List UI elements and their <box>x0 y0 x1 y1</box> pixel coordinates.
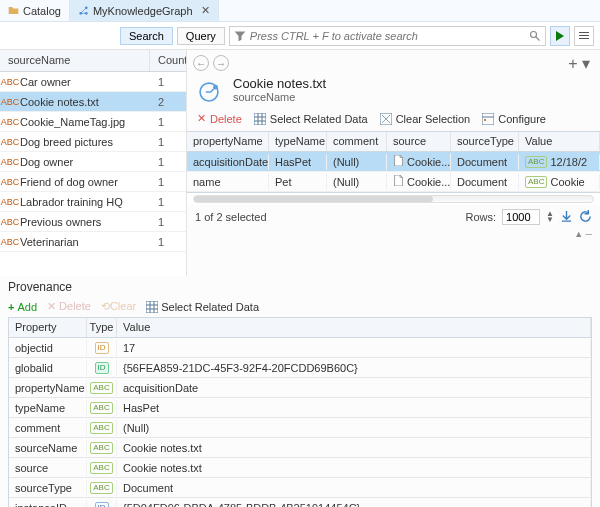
type-badge: ABC <box>87 440 117 456</box>
count: 1 <box>158 116 186 128</box>
text-type-icon: ABC <box>0 77 20 87</box>
prop-value: Cookie notes.txt <box>117 440 591 456</box>
document-icon <box>393 175 404 188</box>
list-item[interactable]: ABCCookie_NameTag.jpg1 <box>0 112 186 132</box>
table-row[interactable]: objectidID17 <box>9 338 591 358</box>
table-row[interactable]: instanceIDID{5D04FD96-DBDA-4785-BDDB-4B2… <box>9 498 591 507</box>
svg-point-3 <box>531 31 537 37</box>
table-row[interactable]: typeNameABCHasPet <box>9 398 591 418</box>
configure-button[interactable]: Configure <box>482 113 546 125</box>
source-list: sourceName Count ABCCar owner1ABCCookie … <box>0 50 187 276</box>
query-button[interactable]: Query <box>177 27 225 45</box>
svg-rect-6 <box>254 113 266 125</box>
svg-point-5 <box>213 85 218 90</box>
clear-icon <box>380 113 392 125</box>
rows-input[interactable] <box>502 209 540 225</box>
table-row[interactable]: commentABC(Null) <box>9 418 591 438</box>
table-icon <box>146 301 158 313</box>
list-item[interactable]: ABCDog owner1 <box>0 152 186 172</box>
entity-subtype: sourceName <box>233 91 326 103</box>
tab-knowledge-graph[interactable]: MyKnowledgeGraph ✕ <box>70 0 219 21</box>
search-icon[interactable] <box>529 30 541 42</box>
prop-value: 17 <box>117 340 591 356</box>
text-type-icon: ABC <box>0 237 20 247</box>
table-row[interactable]: globalidID{56FEA859-21DC-45F3-92F4-20FCD… <box>9 358 591 378</box>
run-button[interactable] <box>550 26 570 46</box>
list-item[interactable]: ABCCar owner1 <box>0 72 186 92</box>
date-badge-icon: ABC <box>525 156 547 168</box>
col-property[interactable]: Property <box>9 318 87 337</box>
col-type[interactable]: typeName <box>269 132 327 151</box>
count: 1 <box>158 176 186 188</box>
add-button[interactable]: +Add <box>8 301 37 313</box>
list-item[interactable]: ABCPrevious owners1 <box>0 212 186 232</box>
h-scrollbar[interactable] <box>187 193 600 205</box>
filter-icon <box>234 30 246 42</box>
table-row[interactable]: sourceTypeABCDocument <box>9 478 591 498</box>
text-type-icon: ABC <box>0 157 20 167</box>
col-count[interactable]: Count <box>150 50 186 71</box>
back-button[interactable]: ← <box>193 55 209 71</box>
search-field[interactable] <box>229 26 546 46</box>
prop-name: sourceType <box>9 480 87 496</box>
entity-type-icon <box>195 78 223 106</box>
count: 1 <box>158 196 186 208</box>
text-type-icon: ABC <box>0 97 20 107</box>
col-source[interactable]: source <box>387 132 451 151</box>
refresh-button[interactable] <box>579 210 592 225</box>
prop-name: objectid <box>9 340 87 356</box>
prop-name: sourceName <box>9 440 87 456</box>
col-source[interactable]: sourceName <box>0 50 150 71</box>
table-row[interactable]: propertyNameABCacquisitionDate <box>9 378 591 398</box>
prop-value: {56FEA859-21DC-45F3-92F4-20FCDD69B60C} <box>117 360 591 376</box>
forward-button[interactable]: → <box>213 55 229 71</box>
list-item[interactable]: ABCCookie notes.txt2 <box>0 92 186 112</box>
add-button[interactable]: + ▾ <box>568 54 594 73</box>
table-row[interactable]: acquisitionDateHasPet(Null)Cookie...Docu… <box>187 152 600 172</box>
col-property[interactable]: propertyName <box>187 132 269 151</box>
collapse-icon[interactable]: ▲ ─ <box>574 229 592 239</box>
source-name: Car owner <box>20 76 158 88</box>
col-type[interactable]: Type <box>87 318 117 337</box>
table-row[interactable]: namePet(Null)Cookie...DocumentABC Cookie <box>187 172 600 192</box>
download-button[interactable] <box>560 210 573 225</box>
type-badge: ABC <box>87 420 117 436</box>
prop-name: comment <box>9 420 87 436</box>
delete-button[interactable]: ✕Delete <box>197 112 242 125</box>
menu-button[interactable] <box>574 26 594 46</box>
table-row[interactable]: sourceABCCookie notes.txt <box>9 458 591 478</box>
rows-label: Rows: <box>466 211 497 223</box>
document-icon <box>393 155 404 168</box>
table-row[interactable]: sourceNameABCCookie notes.txt <box>9 438 591 458</box>
prop-name: instanceID <box>9 500 87 508</box>
count: 1 <box>158 236 186 248</box>
list-item[interactable]: ABCLabrador training HQ1 <box>0 192 186 212</box>
select-related-button[interactable]: Select Related Data <box>146 301 259 313</box>
text-type-icon: ABC <box>0 117 20 127</box>
prop-value: HasPet <box>117 400 591 416</box>
search-button[interactable]: Search <box>120 27 173 45</box>
clear-selection-button[interactable]: Clear Selection <box>380 113 471 125</box>
text-type-icon: ABC <box>0 137 20 147</box>
col-sourcetype[interactable]: sourceType <box>451 132 519 151</box>
prop-value: (Null) <box>117 420 591 436</box>
main-pane: sourceName Count ABCCar owner1ABCCookie … <box>0 50 600 276</box>
type-badge: ABC <box>87 480 117 496</box>
list-item[interactable]: ABCVeterinarian1 <box>0 232 186 252</box>
list-item[interactable]: ABCDog breed pictures1 <box>0 132 186 152</box>
source-list-header: sourceName Count <box>0 50 186 72</box>
properties-table: propertyName typeName comment source sou… <box>187 131 600 193</box>
entity-title: Cookie notes.txt <box>233 76 326 91</box>
count: 1 <box>158 136 186 148</box>
select-related-button[interactable]: Select Related Data <box>254 113 368 125</box>
search-input[interactable] <box>246 30 529 42</box>
col-value[interactable]: Value <box>519 132 600 151</box>
list-item[interactable]: ABCFriend of dog owner1 <box>0 172 186 192</box>
tab-catalog[interactable]: Catalog <box>0 0 70 21</box>
col-value[interactable]: Value <box>117 318 591 337</box>
delete-icon: ✕ <box>197 112 206 125</box>
col-comment[interactable]: comment <box>327 132 387 151</box>
document-tabs: Catalog MyKnowledgeGraph ✕ <box>0 0 600 22</box>
rows-spinner[interactable]: ▲▼ <box>546 211 554 223</box>
close-icon[interactable]: ✕ <box>201 4 210 17</box>
